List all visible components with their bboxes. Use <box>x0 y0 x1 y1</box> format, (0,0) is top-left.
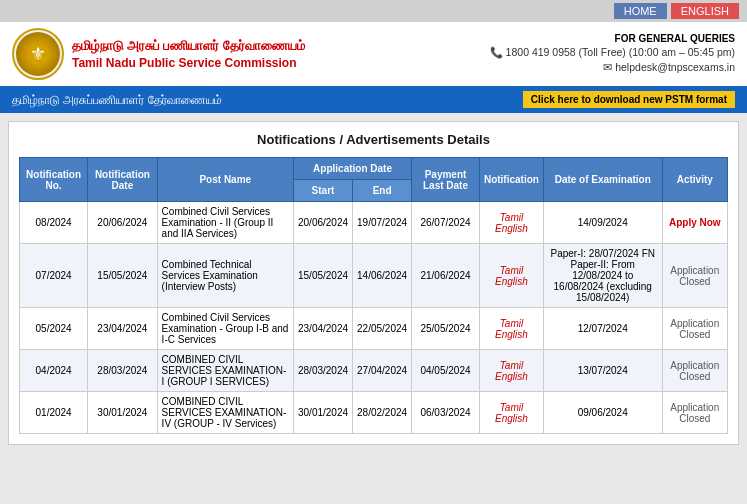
th-notif-date: Notification Date <box>88 158 157 202</box>
table-row: 08/2024 20/06/2024 Combined Civil Servic… <box>20 202 728 244</box>
top-nav: HOME ENGLISH <box>0 0 747 22</box>
cell-app-end: 27/04/2024 <box>353 350 412 392</box>
cell-payment-last: 21/06/2024 <box>412 244 480 308</box>
table-row: 05/2024 23/04/2024 Combined Civil Servic… <box>20 308 728 350</box>
logo-emblem: ⚜ <box>16 32 60 76</box>
cell-notif-no: 07/2024 <box>20 244 88 308</box>
cell-notif-no: 05/2024 <box>20 308 88 350</box>
notif-english-link[interactable]: English <box>484 413 539 424</box>
contact-label: FOR GENERAL QUERIES <box>490 33 735 44</box>
home-button[interactable]: HOME <box>614 3 667 19</box>
cell-notif-date: 28/03/2024 <box>88 350 157 392</box>
main-content: Notifications / Advertisements Details N… <box>8 121 739 445</box>
cell-app-end: 14/06/2024 <box>353 244 412 308</box>
cell-notification: Tamil English <box>479 350 543 392</box>
header-title: தமிழ்நாடு அரசுப் பணியாளர் தேர்வாணையம் Ta… <box>72 37 305 72</box>
cell-app-end: 28/02/2024 <box>353 392 412 434</box>
th-post-name: Post Name <box>157 158 293 202</box>
application-closed-label: Application Closed <box>670 265 719 287</box>
cell-app-start: 23/04/2024 <box>293 308 352 350</box>
notif-tamil-link[interactable]: Tamil <box>484 318 539 329</box>
application-closed-label: Application Closed <box>670 318 719 340</box>
cell-notif-date: 15/05/2024 <box>88 244 157 308</box>
cell-notif-date: 23/04/2024 <box>88 308 157 350</box>
notif-tamil-link[interactable]: Tamil <box>484 402 539 413</box>
th-notif-no: Notification No. <box>20 158 88 202</box>
logo-circle: ⚜ <box>12 28 64 80</box>
blue-banner: தமிழ்நாடு அரசுப்பணியாளர் தேர்வாணையம் Cli… <box>0 86 747 113</box>
cell-notification: Tamil English <box>479 244 543 308</box>
cell-notif-no: 01/2024 <box>20 392 88 434</box>
download-pstm-button[interactable]: Click here to download new PSTM format <box>523 91 735 108</box>
th-app-start: Start <box>293 180 352 202</box>
cell-notif-no: 08/2024 <box>20 202 88 244</box>
application-closed-label: Application Closed <box>670 402 719 424</box>
notif-english-link[interactable]: English <box>484 371 539 382</box>
cell-notif-date: 30/01/2024 <box>88 392 157 434</box>
banner-tamil-text: தமிழ்நாடு அரசுப்பணியாளர் தேர்வாணையம் <box>12 93 222 107</box>
th-payment-last: Payment Last Date <box>412 158 480 202</box>
cell-post-name: Combined Civil Services Examination - Gr… <box>157 308 293 350</box>
tamil-title: தமிழ்நாடு அரசுப் பணியாளர் தேர்வாணையம் <box>72 37 305 55</box>
apply-now-link[interactable]: Apply Now <box>669 217 721 228</box>
cell-activity: Application Closed <box>662 350 727 392</box>
cell-app-start: 20/06/2024 <box>293 202 352 244</box>
cell-app-start: 30/01/2024 <box>293 392 352 434</box>
notif-tamil-link[interactable]: Tamil <box>484 265 539 276</box>
table-row: 04/2024 28/03/2024 COMBINED CIVIL SERVIC… <box>20 350 728 392</box>
cell-date-exam: Paper-I: 28/07/2024 FNPaper-II: From 12/… <box>543 244 662 308</box>
th-notification: Notification <box>479 158 543 202</box>
notif-english-link[interactable]: English <box>484 329 539 340</box>
cell-date-exam: 09/06/2024 <box>543 392 662 434</box>
cell-app-end: 19/07/2024 <box>353 202 412 244</box>
cell-activity: Apply Now <box>662 202 727 244</box>
application-closed-label: Application Closed <box>670 360 719 382</box>
table-row: 07/2024 15/05/2024 Combined Technical Se… <box>20 244 728 308</box>
notif-english-link[interactable]: English <box>484 276 539 287</box>
cell-post-name: Combined Technical Services Examination … <box>157 244 293 308</box>
table-row: 01/2024 30/01/2024 COMBINED CIVIL SERVIC… <box>20 392 728 434</box>
cell-app-end: 22/05/2024 <box>353 308 412 350</box>
cell-payment-last: 26/07/2024 <box>412 202 480 244</box>
section-title: Notifications / Advertisements Details <box>19 132 728 147</box>
notifications-table: Notification No. Notification Date Post … <box>19 157 728 434</box>
logo-area: ⚜ தமிழ்நாடு அரசுப் பணியாளர் தேர்வாணையம் … <box>12 28 305 80</box>
cell-date-exam: 12/07/2024 <box>543 308 662 350</box>
cell-notif-no: 04/2024 <box>20 350 88 392</box>
notif-tamil-link[interactable]: Tamil <box>484 212 539 223</box>
cell-notification: Tamil English <box>479 202 543 244</box>
cell-app-start: 28/03/2024 <box>293 350 352 392</box>
th-activity: Activity <box>662 158 727 202</box>
cell-activity: Application Closed <box>662 392 727 434</box>
cell-post-name: COMBINED CIVIL SERVICES EXAMINATION-IV (… <box>157 392 293 434</box>
cell-date-exam: 13/07/2024 <box>543 350 662 392</box>
header: ⚜ தமிழ்நாடு அரசுப் பணியாளர் தேர்வாணையம் … <box>0 22 747 86</box>
english-button[interactable]: ENGLISH <box>671 3 739 19</box>
cell-payment-last: 04/05/2024 <box>412 350 480 392</box>
th-app-date: Application Date <box>293 158 411 180</box>
cell-payment-last: 06/03/2024 <box>412 392 480 434</box>
english-title: Tamil Nadu Public Service Commission <box>72 55 305 72</box>
cell-date-exam: 14/09/2024 <box>543 202 662 244</box>
cell-post-name: Combined Civil Services Examination - II… <box>157 202 293 244</box>
notif-english-link[interactable]: English <box>484 223 539 234</box>
cell-notification: Tamil English <box>479 308 543 350</box>
cell-payment-last: 25/05/2024 <box>412 308 480 350</box>
contact-phone: 📞 1800 419 0958 (Toll Free) (10:00 am – … <box>490 46 735 59</box>
cell-app-start: 15/05/2024 <box>293 244 352 308</box>
contact-info: FOR GENERAL QUERIES 📞 1800 419 0958 (Tol… <box>490 33 735 75</box>
cell-notif-date: 20/06/2024 <box>88 202 157 244</box>
cell-notification: Tamil English <box>479 392 543 434</box>
cell-post-name: COMBINED CIVIL SERVICES EXAMINATION-I (G… <box>157 350 293 392</box>
cell-activity: Application Closed <box>662 244 727 308</box>
notif-tamil-link[interactable]: Tamil <box>484 360 539 371</box>
th-date-exam: Date of Examination <box>543 158 662 202</box>
th-app-end: End <box>353 180 412 202</box>
contact-email: ✉ helpdesk@tnpscexams.in <box>490 61 735 73</box>
cell-activity: Application Closed <box>662 308 727 350</box>
